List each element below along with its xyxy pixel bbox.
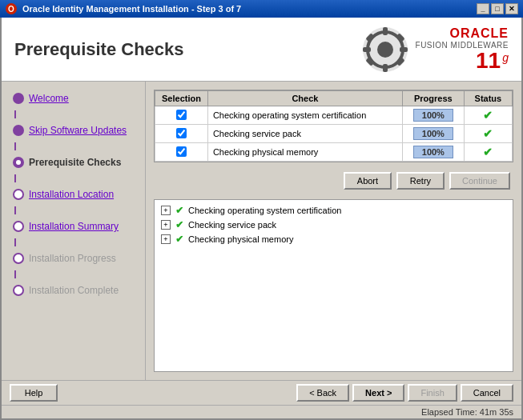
sidebar-dot-prereq [13,157,24,168]
oracle-version-number: 11 [476,50,501,72]
row-checkbox-2[interactable] [176,146,187,157]
close-button[interactable]: ✕ [505,3,518,14]
sidebar: Welcome Skip Software Updates Prerequisi… [2,82,146,380]
continue-button[interactable]: Continue [449,172,510,190]
sidebar-item-prereq: Prerequisite Checks [10,155,137,170]
oracle-text: ORACLE [449,26,509,41]
svg-rect-8 [400,47,408,52]
status-check-icon: ✔ [483,146,493,158]
cancel-button[interactable]: Cancel [461,384,513,402]
col-check: Check [207,91,402,106]
sidebar-label-location[interactable]: Installation Location [29,189,114,200]
header: Prerequisite Checks ORAC [2,18,521,82]
minimize-button[interactable]: _ [477,3,489,14]
sidebar-dot-summary [13,221,24,232]
row-status: ✔ [464,125,512,143]
help-button[interactable]: Help [10,384,58,402]
log-expand-button[interactable]: + [161,206,171,215]
footer: Help < Back Next > Finish Cancel [2,380,521,405]
sidebar-connector-5 [10,238,137,246]
sidebar-label-progress: Installation Progress [29,253,116,264]
status-check-icon: ✔ [483,127,493,140]
col-status: Status [464,91,512,106]
table-row: Checking physical memory100%✔ [155,143,513,162]
title-bar-controls[interactable]: _ □ ✕ [477,3,518,14]
svg-rect-6 [383,64,388,72]
row-check-name: Checking service pack [207,125,402,143]
status-check-icon: ✔ [483,109,493,122]
sidebar-label-complete: Installation Complete [29,285,119,296]
status-bar: Elapsed Time: 41m 35s [2,405,521,418]
col-selection: Selection [155,91,208,106]
table-buttons: Abort Retry Continue [154,169,513,193]
progress-bar: 100% [413,127,453,140]
gear-icon [361,26,409,74]
retry-button[interactable]: Retry [396,172,445,190]
row-progress: 100% [402,125,464,143]
progress-bar: 100% [413,146,453,158]
footer-nav-buttons: < Back Next > Finish Cancel [296,384,513,402]
table-row: Checking operating system certification1… [155,106,513,125]
progress-bar: 100% [413,109,453,122]
row-checkbox-cell[interactable] [155,125,208,143]
svg-rect-5 [383,27,388,35]
sidebar-item-welcome[interactable]: Welcome [10,91,137,106]
main-panel: Selection Check Progress Status Checking… [146,82,521,380]
title-bar-text: Oracle Identity Management Installation … [22,4,241,14]
maximize-button[interactable]: □ [491,3,504,14]
row-check-name: Checking operating system certification [207,106,402,125]
log-item-text: Checking service pack [188,220,276,230]
page-title: Prerequisite Checks [14,39,184,60]
title-bar-icon: O [5,2,18,15]
sidebar-connector-3 [10,174,137,182]
sidebar-item-location[interactable]: Installation Location [10,187,137,202]
log-expand-button[interactable]: + [161,234,171,244]
sidebar-label-prereq: Prerequisite Checks [29,157,121,168]
log-item: +✔Checking operating system certificatio… [158,203,509,218]
log-item-text: Checking physical memory [188,234,293,244]
log-check-icon: ✔ [175,205,183,216]
row-progress: 100% [402,143,464,162]
log-item-text: Checking operating system certification [188,206,341,215]
log-check-icon: ✔ [175,219,183,230]
sidebar-dot-progress [13,253,24,264]
oracle-version: 11 g [476,50,509,72]
sidebar-connector-2 [10,142,137,150]
log-expand-button[interactable]: + [161,220,171,230]
row-checkbox-cell[interactable] [155,106,208,125]
sidebar-item-progress: Installation Progress [10,251,137,266]
sidebar-connector-6 [10,270,137,278]
finish-button[interactable]: Finish [408,384,457,402]
oracle-brand: ORACLE FUSION MIDDLEWARE 11 g [416,26,509,72]
row-progress: 100% [402,106,464,125]
main-window: Prerequisite Checks ORAC [0,18,523,420]
content-area: Welcome Skip Software Updates Prerequisi… [2,82,521,380]
next-button[interactable]: Next > [352,384,404,402]
svg-rect-7 [363,47,371,52]
sidebar-label-skip-updates[interactable]: Skip Software Updates [29,125,127,136]
check-table: Selection Check Progress Status Checking… [154,90,513,162]
sidebar-label-summary[interactable]: Installation Summary [29,221,119,232]
sidebar-item-summary[interactable]: Installation Summary [10,219,137,234]
svg-text:O: O [8,5,14,14]
sidebar-item-complete: Installation Complete [10,283,137,298]
row-check-name: Checking physical memory [207,143,402,162]
log-area: +✔Checking operating system certificatio… [154,199,513,372]
svg-point-4 [377,42,393,58]
log-item: +✔Checking physical memory [158,232,509,246]
sidebar-connector-4 [10,206,137,214]
row-checkbox-cell[interactable] [155,143,208,162]
row-checkbox-0[interactable] [176,110,187,120]
oracle-logo: ORACLE FUSION MIDDLEWARE 11 g [361,26,509,74]
log-item: +✔Checking service pack [158,218,509,232]
row-status: ✔ [464,106,512,125]
sidebar-dot-welcome [13,93,24,104]
title-bar: O Oracle Identity Management Installatio… [0,0,523,18]
abort-button[interactable]: Abort [344,172,392,190]
sidebar-item-skip-updates[interactable]: Skip Software Updates [10,123,137,138]
sidebar-label-welcome[interactable]: Welcome [29,93,69,104]
sidebar-connector-1 [10,110,137,118]
sidebar-dot-location [13,189,24,200]
back-button[interactable]: < Back [296,384,349,402]
row-checkbox-1[interactable] [176,128,187,138]
